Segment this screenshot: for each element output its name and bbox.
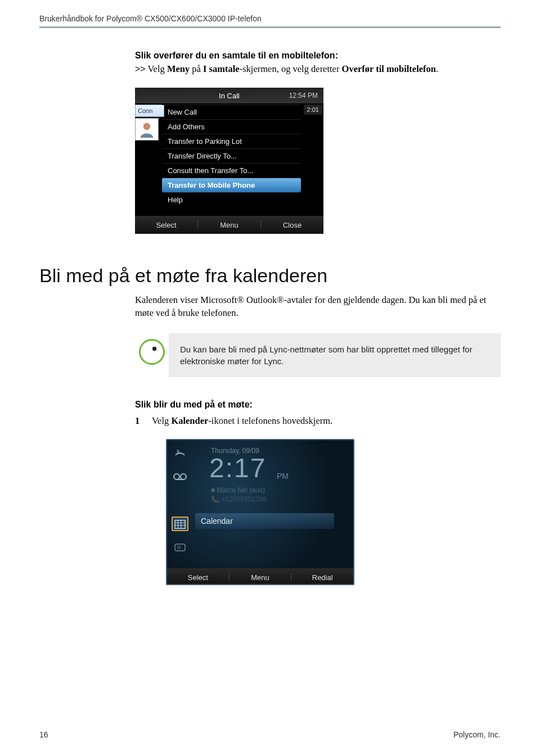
page-footer: 16 Polycom, Inc. [39,730,501,739]
ss1-title: In Call [219,92,240,100]
person-icon [138,121,155,138]
home-screen-screenshot: Thursday, 09/09 2:17 PM ■ Marco Nel (aus… [166,439,354,585]
svg-point-11 [178,546,181,549]
page-number: 16 [39,730,48,739]
home-time: 2:17 [209,452,266,483]
svg-point-1 [152,347,156,351]
call-duration: 2:01 [304,105,322,115]
softkey-close[interactable]: Close [261,221,323,229]
home-ampm: PM [277,472,289,481]
menu-add-others[interactable]: Add Others [162,119,301,134]
note-text: Du kan bare bli med på Lync-nettmøter so… [169,333,501,377]
softkey-select-2[interactable]: Select [167,573,230,582]
softkey-redial[interactable]: Redial [291,573,353,582]
step-number-1: 1 [135,415,152,427]
ss1-top-bar: In Call 12:54 PM [135,88,323,103]
softkey-menu[interactable]: Menu [198,221,261,229]
call-menu: New Call Add Others Transfer to Parking … [162,105,301,207]
calendar-intro-paragraph: Kalenderen viser Microsoft® Outlook®-avt… [135,293,501,319]
home-phone: 📞 +12065552286 [211,495,267,503]
spare-icon[interactable] [172,493,188,508]
pushpin-icon [139,339,165,365]
menu-transfer-directly[interactable]: Transfer Directly To... [162,148,301,163]
join-meeting-heading: Slik blir du med på et møte: [135,400,501,410]
connection-badge: Conn [135,105,164,117]
ss1-softkeys: Select Menu Close [135,216,323,234]
voicemail-icon[interactable] [172,469,188,484]
missed-calls-icon[interactable] [172,446,188,460]
running-header: Brukerhåndbok for Polycom® CX500/CX600/C… [39,14,501,23]
footer-company: Polycom, Inc. [453,730,501,739]
arrow-prefix: >> [135,64,146,74]
step-1-text: Velg Kalender-ikonet i telefonens hoveds… [152,415,332,427]
step-1: 1 Velg Kalender-ikonet i telefonens hove… [135,415,501,427]
svg-point-0 [143,123,151,130]
menu-help[interactable]: Help [162,192,301,207]
menu-transfer-parking[interactable]: Transfer to Parking Lot [162,134,301,148]
transfer-instruction: >> Velg Meny på I samtale-skjermen, og v… [135,63,501,75]
note-block: Du kan bare bli med på Lync-nettmøter so… [135,333,501,377]
softkey-menu-2[interactable]: Menu [230,573,292,582]
menu-transfer-mobile[interactable]: Transfer to Mobile Phone [162,178,301,192]
transfer-heading: Slik overfører du en samtale til en mobi… [135,51,501,61]
header-rule [39,26,501,28]
contacts-icon[interactable] [172,540,188,555]
in-call-screenshot: In Call 12:54 PM Conn 2:01 New Call Add … [135,88,323,234]
calendar-section-heading: Bli med på et møte fra kalenderen [39,265,501,287]
avatar [135,118,159,141]
menu-consult-transfer[interactable]: Consult then Transfer To... [162,163,301,178]
ss2-softkeys: Select Menu Redial [167,568,353,585]
svg-point-3 [181,474,186,479]
calendar-icon[interactable] [172,517,188,531]
softkey-select[interactable]: Select [135,221,198,229]
menu-new-call[interactable]: New Call [162,105,301,119]
calendar-row-label[interactable]: Calendar [195,513,334,529]
svg-rect-5 [175,520,185,529]
home-user: ■ Marco Nel (aus) [211,486,265,494]
ss1-clock: 12:54 PM [289,92,318,99]
svg-point-2 [174,474,179,479]
